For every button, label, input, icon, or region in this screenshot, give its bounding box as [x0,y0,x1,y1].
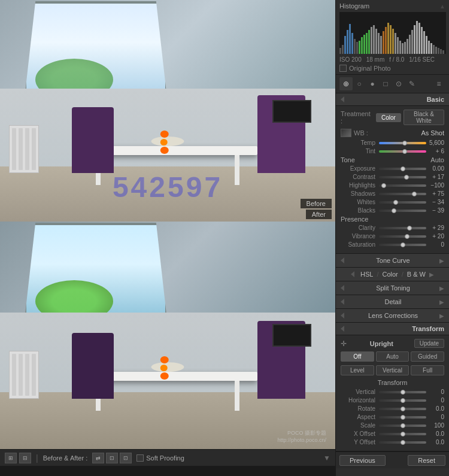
horizontal-thumb[interactable] [401,398,405,403]
upright-guided-btn[interactable]: Guided [411,351,444,362]
poco-line1: POCO 摄影专题 [277,429,326,437]
yoffset-thumb[interactable] [401,440,405,445]
svg-rect-3 [347,30,348,54]
wb-label: WB : [354,129,368,137]
soft-proof-checkbox[interactable] [136,454,144,462]
compare-icon-btn[interactable]: ⊟ [19,453,31,463]
blacks-thumb[interactable] [392,208,396,213]
rotate-track[interactable] [379,408,426,410]
settings-icon[interactable]: ≡ [432,77,445,90]
clarity-thumb[interactable] [407,226,412,231]
color-treatment-btn[interactable]: Color [376,113,401,122]
copy-btn[interactable]: ⊡ [106,453,118,463]
upright-vertical-btn[interactable]: Vertical [376,365,409,375]
contrast-thumb[interactable] [404,175,409,180]
histogram-expand[interactable]: ▲ [439,3,445,10]
basic-panel-header[interactable]: Basic [336,93,449,106]
scale-track[interactable] [379,425,426,427]
svg-rect-10 [363,35,365,54]
contrast-track[interactable] [379,176,426,178]
saturation-row: Saturation 0 [341,241,444,248]
vertical-track[interactable] [379,391,426,393]
temp-track[interactable] [379,142,426,144]
bw-treatment-btn[interactable]: Black & White [404,110,444,125]
fruit-item [160,139,167,145]
highlights-row: Highlights −100 [341,182,444,189]
split-toning-panel[interactable]: Split Toning ▶ [336,281,449,295]
art-before [272,100,311,123]
dropdown-arrow[interactable]: ▼ [323,454,330,462]
upright-full-btn[interactable]: Full [411,365,444,375]
soft-proof-label: Soft Proofing [146,454,184,462]
original-photo-checkbox[interactable] [339,65,347,72]
scale-thumb[interactable] [401,423,405,428]
upright-label: Upright [370,340,393,347]
wb-eyedropper-icon[interactable] [341,129,351,137]
reset-btn[interactable]: Reset [408,455,445,466]
svg-rect-22 [392,29,394,54]
blacks-track[interactable] [379,210,426,212]
upright-auto-btn[interactable]: Auto [376,351,409,362]
rad-line [25,354,29,396]
highlights-thumb[interactable] [381,183,386,188]
exposure-thumb[interactable] [401,166,405,171]
svg-rect-29 [409,35,411,54]
xoffset-track[interactable] [379,433,426,435]
vertical-thumb[interactable] [401,390,405,395]
yoffset-track[interactable] [379,441,426,444]
update-btn[interactable]: Update [414,339,444,348]
horizontal-track[interactable] [379,399,426,402]
tint-value: + 6 [427,148,444,154]
heal-tool[interactable]: ○ [353,77,366,90]
grid-icon-btn[interactable]: ⊞ [5,453,17,463]
exposure-track[interactable] [379,168,426,170]
bw-title: B & W [407,271,426,278]
bottom-toolbar: ⊞ ⊟ | Before & After : ⇄ ⊡ ⊡ Soft Proofi… [0,449,335,466]
transform-panel-header[interactable]: Transform [336,323,449,335]
camera-info: ISO 200 18 mm f / 8.0 1/16 SEC [339,56,445,63]
temp-thumb[interactable] [402,141,407,145]
tone-auto-btn[interactable]: Auto [430,156,444,163]
clarity-track[interactable] [379,227,426,229]
hsl-arrow [351,271,354,277]
highlights-track[interactable] [379,184,426,187]
tint-track[interactable] [379,150,426,153]
paste-btn[interactable]: ⊡ [120,453,132,463]
shadows-thumb[interactable] [412,192,417,196]
rad-line [32,354,36,396]
treatment-row: Treatment : Color Black & White [341,110,444,125]
whites-thumb[interactable] [393,200,398,205]
rotate-thumb[interactable] [401,407,405,411]
upright-level-btn[interactable]: Level [341,365,374,375]
xoffset-thumb[interactable] [401,432,405,436]
aspect-thumb[interactable] [401,415,405,420]
before-label: Before [301,199,332,208]
aspect-track[interactable] [379,416,426,419]
crop-tool[interactable]: ⊕ [339,77,353,90]
split-toning-expand: ▶ [439,285,444,292]
redeye-tool[interactable]: ● [366,77,379,90]
previous-btn[interactable]: Previous [339,455,386,466]
vibrance-thumb[interactable] [405,234,409,239]
hsl-panel[interactable]: HSL / Color / B & W ▶ [336,268,449,281]
graduated-tool[interactable]: □ [379,77,392,90]
fruit-item [160,356,168,363]
lens-corrections-panel[interactable]: Lens Corrections ▶ [336,309,449,323]
chair1-before [72,107,114,173]
tint-thumb[interactable] [402,149,407,154]
shadows-row: Shadows + 75 [341,190,444,197]
saturation-thumb[interactable] [401,242,405,247]
shadows-track[interactable] [379,193,426,195]
saturation-track[interactable] [379,244,426,246]
scale-label: Scale [341,422,378,429]
whites-track[interactable] [379,201,426,204]
lens-title: Lens Corrections [347,312,439,319]
vibrance-track[interactable] [379,235,426,238]
tone-curve-panel[interactable]: Tone Curve ▶ [336,254,449,268]
brush-tool[interactable]: ✎ [405,77,418,90]
upright-off-btn[interactable]: Off [341,351,374,362]
detail-panel[interactable]: Detail ▶ [336,295,449,309]
soft-proof-row: Soft Proofing [136,454,184,462]
swap-btn[interactable]: ⇄ [92,453,104,463]
radial-tool[interactable]: ⊙ [392,77,405,90]
